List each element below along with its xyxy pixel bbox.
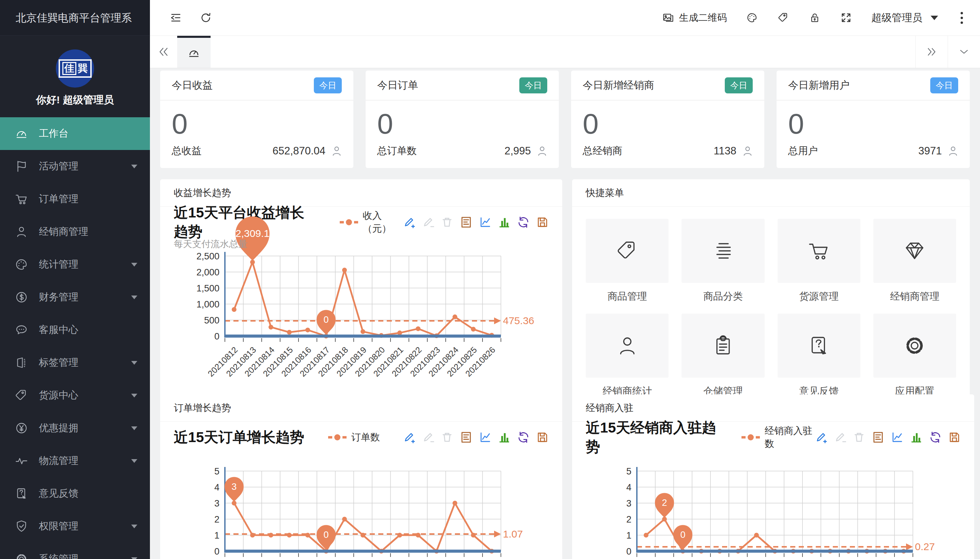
gear-icon bbox=[902, 333, 927, 358]
line-chart-tool-icon[interactable] bbox=[479, 216, 492, 228]
avatar[interactable]: 佳 巽 bbox=[56, 50, 94, 88]
save-image-tool-icon[interactable] bbox=[536, 431, 549, 443]
tabs-scroll-right-icon[interactable] bbox=[915, 36, 948, 68]
chart-title: 近15天订单增长趋势 bbox=[174, 428, 304, 447]
line-chart-tool-icon[interactable] bbox=[891, 431, 903, 443]
quick-menu-label: 商品分类 bbox=[681, 290, 764, 303]
mark-tool-icon[interactable] bbox=[403, 216, 415, 228]
revenue-line-chart[interactable]: 475.3605001,0001,5002,0002,5002021081220… bbox=[174, 241, 549, 380]
svg-text:0: 0 bbox=[214, 331, 219, 342]
sidebar-item[interactable]: 订单管理 bbox=[0, 183, 150, 215]
refresh-icon[interactable] bbox=[200, 12, 212, 24]
quick-menu-tile-list[interactable] bbox=[681, 219, 764, 283]
person-icon bbox=[615, 333, 640, 358]
quick-menu-tile-person[interactable] bbox=[586, 314, 668, 378]
orders-line-chart[interactable]: 1.07012345202108122021081320210814202108… bbox=[174, 456, 549, 559]
user-menu[interactable]: 超级管理员 bbox=[871, 11, 938, 25]
tabs-menu-icon[interactable] bbox=[948, 36, 980, 68]
chart-toolbox bbox=[403, 431, 549, 443]
data-view-tool-icon[interactable] bbox=[460, 216, 472, 228]
panel-header: 收益增长趋势 bbox=[160, 179, 562, 207]
quick-menu-label: 货源管理 bbox=[778, 290, 860, 303]
sidebar-item[interactable]: 经销商管理 bbox=[0, 215, 150, 248]
quick-menu-tile-gear[interactable] bbox=[873, 314, 956, 378]
stat-footer-value: 1138 bbox=[714, 145, 736, 157]
data-view-tool-icon[interactable] bbox=[460, 431, 472, 443]
svg-text:2,000: 2,000 bbox=[196, 267, 219, 278]
legend-item[interactable]: 经销商入驻数 bbox=[741, 424, 815, 450]
save-image-tool-icon[interactable] bbox=[948, 431, 960, 443]
generate-qrcode-button[interactable]: 生成二维码 bbox=[662, 11, 727, 24]
quick-menu-tile-feedback[interactable] bbox=[778, 314, 860, 378]
sidebar-item[interactable]: 系统管理 bbox=[0, 542, 150, 559]
quick-menu-tile-cart[interactable] bbox=[778, 219, 860, 283]
quick-menu-tile-diamond[interactable] bbox=[873, 219, 956, 283]
sidebar: 北京佳巽电商平台管理系 佳 巽 你好! 超级管理员 工作台活动管理订单管理经销商… bbox=[0, 0, 150, 559]
bar-chart-tool-icon[interactable] bbox=[910, 431, 922, 443]
greeting-text: 你好! 超级管理员 bbox=[0, 93, 150, 107]
quick-menu-tile-tag[interactable] bbox=[586, 219, 668, 283]
tag-icon bbox=[615, 238, 640, 263]
sidebar-item[interactable]: 货源中心 bbox=[0, 379, 150, 412]
svg-text:4: 4 bbox=[626, 482, 632, 493]
svg-text:2: 2 bbox=[662, 498, 667, 508]
sidebar-item[interactable]: 财务管理 bbox=[0, 281, 150, 314]
line-chart-tool-icon[interactable] bbox=[479, 431, 492, 443]
legend-item[interactable]: 订单数 bbox=[327, 431, 380, 444]
tab-dashboard[interactable] bbox=[177, 36, 211, 68]
tabs-scroll-left-icon[interactable] bbox=[150, 36, 177, 68]
sidebar-item[interactable]: 统计管理 bbox=[0, 248, 150, 281]
mark-tool-icon[interactable] bbox=[403, 431, 415, 443]
chevron-down-icon bbox=[131, 263, 138, 267]
stat-card-footer: 总收益 652,870.04 bbox=[160, 144, 353, 168]
unmark-tool-icon[interactable] bbox=[422, 216, 434, 228]
legend-item[interactable]: 收入（元） bbox=[339, 209, 403, 235]
sidebar-item[interactable]: 物流管理 bbox=[0, 445, 150, 477]
panel-body: 近15天平台收益增长趋势 收入（元） 每天支付流水总量 475.3605001,… bbox=[160, 207, 562, 380]
more-menu-icon[interactable] bbox=[957, 11, 966, 25]
chevron-down-icon bbox=[131, 164, 138, 169]
restore-tool-icon[interactable] bbox=[929, 431, 942, 443]
card-icon bbox=[14, 356, 29, 370]
data-view-tool-icon[interactable] bbox=[872, 431, 884, 443]
chart-title: 近15天经销商入驻趋势 bbox=[586, 418, 718, 456]
app-root: 北京佳巽电商平台管理系 佳 巽 你好! 超级管理员 工作台活动管理订单管理经销商… bbox=[0, 0, 980, 559]
lock-screen-icon[interactable] bbox=[808, 12, 821, 24]
stat-card-header: 今日新增经销商 今日 bbox=[571, 71, 764, 101]
clear-tool-icon[interactable] bbox=[441, 216, 453, 228]
gear-icon bbox=[14, 552, 29, 559]
topbar-right: 生成二维码 超级管理员 bbox=[662, 11, 966, 25]
sidebar-item[interactable]: 优惠提拥 bbox=[0, 412, 150, 445]
quick-menu-tile-clipboard[interactable] bbox=[681, 314, 764, 378]
clear-tool-icon[interactable] bbox=[853, 431, 865, 443]
restore-tool-icon[interactable] bbox=[517, 431, 530, 443]
unmark-tool-icon[interactable] bbox=[834, 431, 846, 443]
restore-tool-icon[interactable] bbox=[517, 216, 530, 228]
panel-quick-menu: 快捷菜单 商品管理商品分类货源管理经销商管理经销商统计仓储管理意见反馈应用配置 bbox=[572, 179, 970, 398]
bar-chart-tool-icon[interactable] bbox=[498, 431, 510, 443]
sidebar-item[interactable]: 工作台 bbox=[0, 117, 150, 150]
sidebar-item[interactable]: 意见反馈 bbox=[0, 477, 150, 510]
unmark-tool-icon[interactable] bbox=[422, 431, 434, 443]
sidebar-item[interactable]: 权限管理 bbox=[0, 510, 150, 542]
sidebar-item[interactable]: 活动管理 bbox=[0, 150, 150, 183]
fullscreen-icon[interactable] bbox=[840, 12, 852, 24]
svg-text:500: 500 bbox=[204, 315, 219, 326]
feedback-icon bbox=[14, 486, 29, 501]
svg-text:0: 0 bbox=[680, 530, 685, 540]
save-image-tool-icon[interactable] bbox=[536, 216, 549, 228]
sidebar-item[interactable]: 客服中心 bbox=[0, 314, 150, 346]
stat-footer-label: 总订单数 bbox=[377, 144, 417, 158]
stat-footer-value: 2,995 bbox=[504, 145, 531, 157]
tag-icon[interactable] bbox=[777, 12, 790, 24]
sidebar-item[interactable]: 标签管理 bbox=[0, 346, 150, 379]
theme-palette-icon[interactable] bbox=[746, 12, 758, 24]
collapse-sidebar-icon[interactable] bbox=[170, 12, 182, 24]
clear-tool-icon[interactable] bbox=[441, 431, 453, 443]
chevron-down-icon bbox=[131, 361, 138, 365]
mark-tool-icon[interactable] bbox=[815, 431, 827, 443]
quick-menu-item: 商品分类 bbox=[681, 219, 764, 303]
dealers-line-chart[interactable]: 0.27012345202108122021081320210814202108… bbox=[586, 456, 960, 559]
bar-chart-tool-icon[interactable] bbox=[498, 216, 510, 228]
legend-marker-icon bbox=[327, 434, 347, 441]
